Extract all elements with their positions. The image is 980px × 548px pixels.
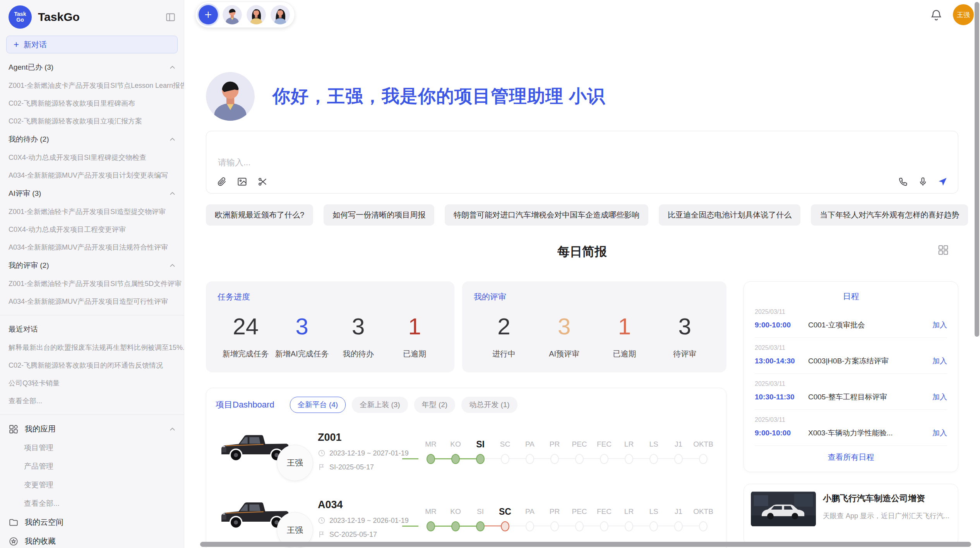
chevron-up-icon[interactable]	[170, 427, 175, 431]
add-assistant-button[interactable]	[199, 5, 218, 24]
card-title: 我的评审	[474, 291, 715, 302]
section-ai-review[interactable]: AI评审 (3)	[0, 184, 184, 203]
milestone-dot	[550, 521, 559, 531]
milestone: LS	[641, 438, 666, 464]
schedule-event-title: X003-车辆动力学性能验...	[808, 428, 928, 438]
join-link[interactable]: 加入	[932, 320, 947, 330]
stat-value: 2	[474, 314, 534, 339]
project-row[interactable]: 王强 A034 2023-12-19 ~ 2026-01-19 SC-2025-…	[216, 490, 717, 548]
flag-icon	[318, 531, 326, 538]
assistant-avatar[interactable]	[271, 5, 290, 24]
join-link[interactable]: 加入	[932, 356, 947, 366]
task-item[interactable]: A034-全新新能源MUV产品开发项目法规符合性评审	[0, 238, 184, 256]
schedule-event-title: C005-整车工程目标评审	[808, 392, 928, 402]
stat-label: 已逾期	[595, 349, 655, 359]
join-link[interactable]: 加入	[932, 428, 947, 438]
milestone-dot	[625, 454, 633, 464]
assistant-avatar[interactable]	[223, 5, 242, 24]
assistant-hero-avatar	[206, 72, 255, 121]
join-link[interactable]: 加入	[932, 392, 947, 402]
filter-chip[interactable]: 全新上装 (3)	[352, 397, 408, 413]
new-chat-label: 新对话	[24, 39, 47, 50]
user-avatar[interactable]: 王强	[953, 4, 974, 25]
stat-label: 新增AI完成任务	[274, 349, 331, 359]
suggestion-chip[interactable]: 欧洲新规最近颁布了什么?	[206, 204, 313, 226]
microphone-icon[interactable]	[918, 176, 928, 187]
section-agent-done[interactable]: Agent已办 (3)	[0, 58, 184, 77]
sidebar-item-favorites[interactable]: 我的收藏	[0, 532, 184, 548]
schedule-time: 9:00-10:00	[755, 429, 808, 437]
filter-chip[interactable]: 动总开发 (1)	[461, 397, 517, 413]
task-item[interactable]: Z001-全新燃油轻卡产品开发项目SI节点属性5D文件评审	[0, 275, 184, 293]
app-link-product-mgmt[interactable]: 产品管理	[0, 457, 184, 476]
chevron-up-icon[interactable]	[170, 264, 175, 267]
chat-item[interactable]: 解释最新出台的欧盟报废车法规再生塑料比例被调至15%...	[0, 339, 184, 356]
milestone-dot	[501, 454, 509, 464]
stat-review-overdue: 1 已逾期	[595, 314, 655, 359]
sidebar-collapse-icon[interactable]	[164, 10, 177, 24]
chevron-up-icon[interactable]	[170, 65, 175, 69]
image-icon[interactable]	[237, 176, 247, 187]
task-item[interactable]: C0X4-动力总成开发项目工程变更评审	[0, 221, 184, 238]
view-all-chats-link[interactable]: 查看全部...	[0, 392, 184, 410]
task-item[interactable]: Z001-全新燃油皮卡产品开发项目SI节点Lesson Learn报告	[0, 77, 184, 94]
phone-icon[interactable]	[898, 176, 908, 187]
chat-item[interactable]: 公司Q3轻卡销量	[0, 374, 184, 392]
chat-input[interactable]	[206, 131, 958, 193]
greeting-block: 你好，王强，我是你的项目管理助理 小识	[206, 72, 958, 121]
filter-chip[interactable]: 年型 (2)	[414, 397, 456, 413]
app-link-change-mgmt[interactable]: 变更管理	[0, 476, 184, 494]
sidebar-item-my-apps[interactable]: 我的应用	[0, 420, 184, 438]
notification-bell-icon[interactable]	[930, 8, 943, 21]
task-item[interactable]: C0X4-动力总成开发项目SI里程碑提交物检查	[0, 149, 184, 166]
project-name: A034	[318, 499, 417, 511]
layout-grid-icon[interactable]	[937, 244, 949, 256]
chevron-up-icon[interactable]	[170, 192, 175, 195]
task-item[interactable]: C02-飞腾新能源轻客改款项目里程碑画布	[0, 94, 184, 112]
horizontal-scrollbar[interactable]	[200, 542, 971, 547]
suggestion-chip[interactable]: 比亚迪全固态电池计划具体说了什么	[659, 204, 800, 226]
milestone-dot	[575, 521, 584, 531]
schedule-item: 2025/03/11 9:00-10:00 C001-立项审批会 加入	[755, 302, 947, 338]
section-my-review[interactable]: 我的评审 (2)	[0, 256, 184, 275]
clock-icon	[318, 517, 326, 524]
milestone: LS	[641, 506, 666, 531]
view-all-apps-link[interactable]: 查看全部...	[0, 494, 184, 513]
news-card[interactable]: 小鹏飞行汽车制造公司增资 天眼查 App 显示，近日广州汇天飞行汽...	[744, 484, 958, 546]
stat-value: 3	[274, 314, 331, 339]
app-link-project-mgmt[interactable]: 项目管理	[0, 438, 184, 457]
app-logo: Task Go	[9, 5, 32, 29]
task-item[interactable]: A034-全新新能源MUV产品开发项目计划变更表编写	[0, 166, 184, 184]
app-title: TaskGo	[38, 10, 164, 24]
stat-label: AI预评审	[534, 349, 595, 359]
daily-briefing-header: 每日简报	[206, 243, 958, 260]
assistant-avatar[interactable]	[247, 5, 266, 24]
schedule-item: 2025/03/11 9:00-10:00 X003-车辆动力学性能验... 加…	[755, 410, 947, 446]
task-item[interactable]: A034-全新新能源MUV产品开发项目造型可行性评审	[0, 293, 184, 310]
suggestion-chip[interactable]: 如何写一份清晰的项目周报	[324, 204, 434, 226]
section-my-todo[interactable]: 我的待办 (2)	[0, 130, 184, 149]
attachment-icon[interactable]	[216, 176, 227, 187]
project-row[interactable]: 王强 Z001 2023-12-19 ~ 2027-01-19 SI-2025-…	[216, 422, 717, 480]
sidebar-item-cloud-space[interactable]: 我的云空间	[0, 513, 184, 532]
view-all-schedule-link[interactable]: 查看所有日程	[755, 446, 947, 464]
task-item[interactable]: C02-飞腾新能源轻客改款项目立项汇报方案	[0, 112, 184, 130]
milestone-dot	[451, 454, 460, 464]
milestone-dot	[600, 521, 608, 531]
suggestion-chip[interactable]: 当下年轻人对汽车外观有怎样的喜好趋势	[811, 204, 968, 226]
stat-pending-review: 3 待评审	[654, 314, 715, 359]
new-chat-button[interactable]: + 新对话	[6, 36, 178, 53]
send-icon[interactable]	[937, 176, 948, 187]
suggestion-chip[interactable]: 特朗普可能对进口汽车增税会对中国车企造成哪些影响	[445, 204, 648, 226]
main-area: 王强 你好，王强，我是你的项目管理助理 小识 欧洲新规最近颁布了什么? 如何写一…	[184, 0, 980, 548]
milestone-dot	[699, 521, 708, 531]
plus-icon: +	[14, 40, 19, 49]
vertical-scrollbar[interactable]	[975, 2, 979, 337]
chat-item[interactable]: C02-飞腾新能源轻客改款项目的闭环通告反馈情况	[0, 356, 184, 374]
chevron-up-icon[interactable]	[170, 137, 175, 141]
scissors-icon[interactable]	[257, 176, 268, 187]
stat-ai-done: 3 新增AI完成任务	[274, 314, 331, 359]
filter-chip[interactable]: 全新平台 (4)	[290, 397, 346, 413]
sidebar-header: Task Go TaskGo	[0, 0, 184, 32]
task-item[interactable]: Z001-全新燃油轻卡产品开发项目SI造型提交物评审	[0, 203, 184, 221]
